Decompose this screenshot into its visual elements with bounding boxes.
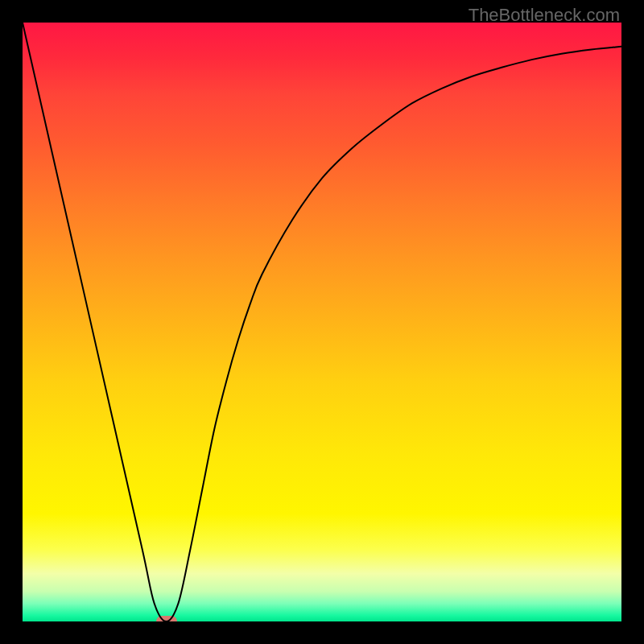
- watermark-text: TheBottleneck.com: [469, 5, 620, 26]
- bottleneck-curve: [23, 23, 621, 621]
- plot-area: [23, 23, 621, 621]
